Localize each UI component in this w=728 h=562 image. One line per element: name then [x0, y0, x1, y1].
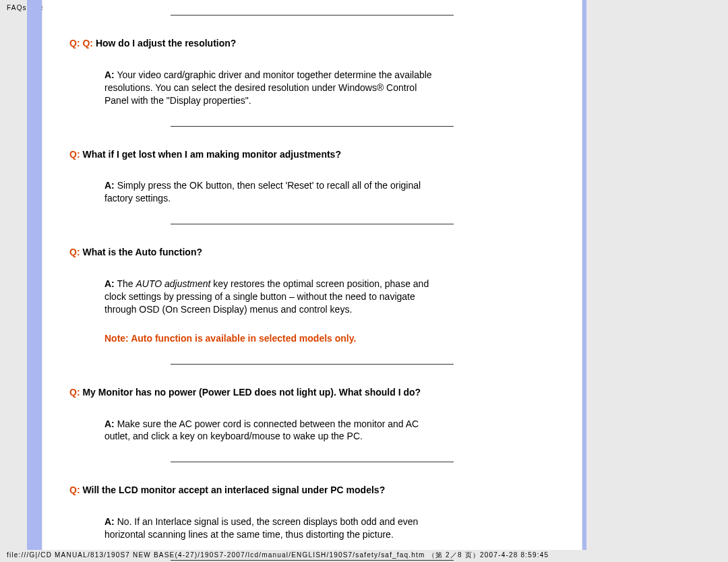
- divider: [171, 462, 454, 462]
- a-text-italic: AUTO adjustment: [135, 278, 210, 289]
- q-full: Q: What if I get lost when I am making m…: [69, 149, 341, 160]
- faq-question: Q: What if I get lost when I am making m…: [69, 148, 555, 161]
- page-footer-path: file:///G|/CD MANUAL/813/190S7 NEW BASE(…: [7, 551, 549, 560]
- faq-question: Q: What is the Auto function?: [69, 246, 555, 259]
- divider: [171, 364, 454, 365]
- faq-question: Q: Will the LCD monitor accept an interl…: [69, 484, 555, 497]
- page-content: Q:Q: How do I adjust the resolution? Q: …: [42, 0, 582, 550]
- a-prefix: A:: [104, 278, 115, 289]
- a-prefix: A:: [104, 418, 115, 429]
- q-full: Q: How do I adjust the resolution?: [82, 38, 236, 49]
- faq-answer: A: Simply press the OK button, then sele…: [104, 179, 442, 205]
- a-prefix: A:: [104, 180, 115, 191]
- a-prefix: A:: [104, 516, 115, 527]
- divider: [171, 560, 454, 561]
- q-full: Q: My Monitor has no power (Power LED do…: [69, 387, 421, 398]
- faq-answer: A: The AUTO adjustment key restores the …: [104, 278, 442, 316]
- divider: [171, 224, 454, 224]
- q-prefix: Q:: [69, 38, 80, 49]
- a-prefix: A:: [104, 69, 115, 80]
- right-decorative-bar: [582, 0, 586, 550]
- faq-question: Q: My Monitor has no power (Power LED do…: [69, 386, 555, 399]
- a-text: No. If an Interlace signal is used, the …: [104, 516, 418, 540]
- a-text: Simply press the OK button, then select …: [104, 180, 421, 204]
- faq-answer: A: Your video card/graphic driver and mo…: [104, 69, 442, 107]
- faq-note: Note: Auto function is available in sele…: [104, 332, 455, 345]
- faq-answer: A: Make sure the AC power cord is connec…: [104, 418, 442, 443]
- faq-answer: A: No. If an Interlace signal is used, t…: [104, 516, 442, 541]
- left-decorative-bar: [27, 0, 42, 550]
- a-text: Your video card/graphic driver and monit…: [104, 69, 432, 106]
- q-full: Q: What is the Auto function?: [69, 247, 202, 257]
- faq-question: Q:Q: How do I adjust the resolution? Q: …: [69, 37, 555, 50]
- divider: [171, 15, 454, 15]
- divider: [171, 126, 454, 127]
- q-full: Q: Will the LCD monitor accept an interl…: [69, 485, 385, 495]
- a-text-pre: The: [115, 278, 136, 289]
- a-text: Make sure the AC power cord is connected…: [104, 418, 419, 442]
